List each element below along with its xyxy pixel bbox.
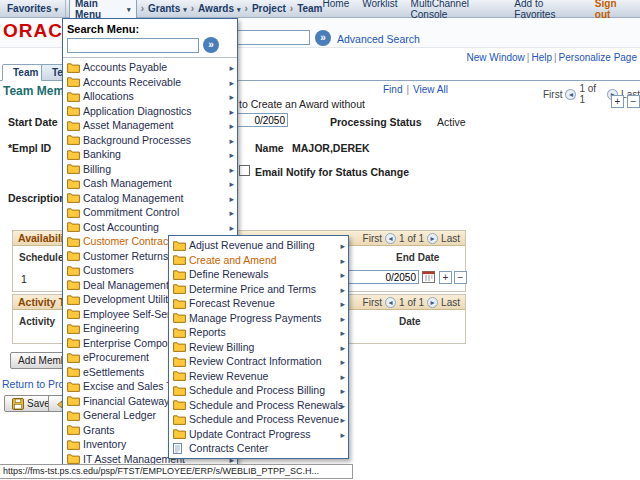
email-notify-checkbox[interactable]	[239, 165, 250, 176]
end-date-column-header: End Date	[396, 252, 439, 263]
pager-last-link[interactable]: Last	[441, 297, 460, 308]
pager-first-link[interactable]: First	[543, 89, 562, 100]
menu-item-background-processes[interactable]: Background Processes	[63, 133, 237, 148]
dropdown-caret-icon	[51, 3, 58, 14]
search-go-icon[interactable]	[315, 30, 331, 46]
menu-item-review-contract-information[interactable]: Review Contract Information	[169, 354, 348, 369]
email-notify-label: Email Notify for Status Change	[255, 166, 409, 178]
pager-next-icon[interactable]	[427, 233, 438, 244]
menu-item-determine-price-and-terms[interactable]: Determine Price and Terms	[169, 282, 348, 297]
favorites-menu[interactable]: Favorites	[0, 0, 66, 17]
pager-first-link[interactable]: First	[363, 233, 382, 244]
add-row-button[interactable]	[439, 271, 452, 284]
menu-item-contracts-center[interactable]: Contracts Center	[169, 441, 348, 456]
menu-item-update-contract-progress[interactable]: Update Contract Progress	[169, 427, 348, 442]
sign-out-link[interactable]: Sign out	[595, 0, 633, 20]
menu-search-go-icon[interactable]	[203, 37, 219, 53]
menu-item-label: Accounts Payable	[83, 61, 167, 73]
menu-item-define-renewals[interactable]: Define Renewals	[169, 267, 348, 282]
menu-item-commitment-control[interactable]: Commitment Control	[63, 205, 237, 220]
pager-next-icon[interactable]	[427, 297, 438, 308]
menu-item-label: Application Diagnostics	[83, 105, 192, 117]
menu-item-schedule-and-process-billing[interactable]: Schedule and Process Billing	[169, 383, 348, 398]
toplink-add-to-favorites[interactable]: Add to Favorites	[514, 0, 582, 20]
menu-item-accounts-receivable[interactable]: Accounts Receivable	[63, 75, 237, 90]
schedule-column-header: Schedule	[19, 252, 63, 263]
folder-icon	[173, 414, 189, 425]
menu-item-label: Determine Price and Terms	[189, 283, 316, 295]
menu-item-review-billing[interactable]: Review Billing	[169, 340, 348, 355]
pager-prev-icon[interactable]	[565, 89, 576, 100]
chevron-right-icon	[229, 148, 234, 160]
delete-row-button[interactable]	[454, 271, 467, 284]
toplink-multichannel-console[interactable]: MultiChannel Console	[411, 0, 502, 20]
folder-icon	[173, 327, 189, 338]
folder-icon	[67, 207, 83, 218]
menu-item-label: Commitment Control	[83, 206, 179, 218]
menu-item-catalog-management[interactable]: Catalog Management	[63, 191, 237, 206]
activity-column-header: Activity	[19, 316, 55, 327]
breadcrumb-awards[interactable]: Awards	[198, 3, 240, 14]
menu-item-asset-management[interactable]: Asset Management	[63, 118, 237, 133]
pager-first-link[interactable]: First	[363, 297, 382, 308]
delete-row-button[interactable]	[627, 95, 640, 108]
chevron-right-icon	[229, 134, 234, 146]
advanced-search-link[interactable]: Advanced Search	[337, 33, 420, 45]
menu-item-schedule-and-process-revenue[interactable]: Schedule and Process Revenue	[169, 412, 348, 427]
breadcrumb-grants[interactable]: Grants	[148, 3, 187, 14]
menu-item-label: Schedule and Process Billing	[189, 384, 325, 396]
menu-item-adjust-revenue-and-billing[interactable]: Adjust Revenue and Billing	[169, 238, 348, 253]
chevron-right-icon	[340, 355, 345, 367]
chevron-right-icon	[229, 76, 234, 88]
menu-item-allocations[interactable]: Allocations	[63, 89, 237, 104]
availability-pager: First1 of 1Last	[363, 233, 460, 244]
toplink-worklist[interactable]: Worklist	[362, 0, 397, 20]
toplink-home[interactable]: Home	[323, 0, 350, 20]
menu-item-cost-accounting[interactable]: Cost Accounting	[63, 220, 237, 235]
separator	[552, 52, 559, 63]
pager-last-link[interactable]: Last	[441, 233, 460, 244]
folder-icon	[67, 105, 83, 116]
pagelink-new-window[interactable]: New Window	[466, 52, 524, 63]
add-row-button[interactable]	[611, 95, 624, 108]
folder-icon	[67, 424, 83, 435]
main-menu-label: Main Menu	[75, 0, 124, 20]
menu-item-create-and-amend[interactable]: Create and Amend	[169, 253, 348, 268]
menu-item-review-revenue[interactable]: Review Revenue	[169, 369, 348, 384]
menu-item-cash-management[interactable]: Cash Management	[63, 176, 237, 191]
chevron-right-icon	[340, 254, 345, 266]
find-link[interactable]: Find	[383, 84, 402, 95]
pagelink-personalize-page[interactable]: Personalize Page	[559, 52, 637, 63]
schedule-value: 1	[21, 273, 27, 285]
menu-item-label: Create and Amend	[189, 254, 277, 266]
breadcrumb-project[interactable]: Project	[252, 3, 286, 14]
pagelink-help[interactable]: Help	[531, 52, 552, 63]
pager-prev-icon[interactable]	[385, 297, 396, 308]
menu-item-label: Reports	[189, 326, 226, 338]
menu-item-accounts-payable[interactable]: Accounts Payable	[63, 60, 237, 75]
separator	[525, 52, 532, 63]
menu-item-label: Deal Management	[83, 279, 169, 291]
chevron-right-icon	[340, 428, 345, 440]
breadcrumb-team[interactable]: Team	[297, 3, 322, 14]
chevron-right-icon	[229, 206, 234, 218]
menu-item-schedule-and-process-renewals[interactable]: Schedule and Process Renewals	[169, 398, 348, 413]
chevron-right-icon	[229, 221, 234, 233]
view-all-link[interactable]: View All	[413, 84, 448, 95]
pager-prev-icon[interactable]	[385, 233, 396, 244]
customer-contracts-submenu: Adjust Revenue and BillingCreate and Ame…	[168, 235, 349, 459]
menu-item-forecast-revenue[interactable]: Forecast Revenue	[169, 296, 348, 311]
menu-search-input[interactable]	[67, 38, 199, 53]
menu-item-manage-progress-payments[interactable]: Manage Progress Payments	[169, 311, 348, 326]
menu-item-billing[interactable]: Billing	[63, 162, 237, 177]
menu-item-label: Review Billing	[189, 341, 254, 353]
menu-item-label: Customers	[83, 264, 134, 276]
calendar-icon[interactable]	[422, 270, 435, 283]
folder-icon	[67, 192, 83, 203]
breadcrumb-separator-icon	[137, 3, 148, 14]
pager-count: 1 of 1	[579, 83, 604, 105]
folder-icon	[67, 250, 83, 261]
menu-item-reports[interactable]: Reports	[169, 325, 348, 340]
menu-item-application-diagnostics[interactable]: Application Diagnostics	[63, 104, 237, 119]
menu-item-banking[interactable]: Banking	[63, 147, 237, 162]
